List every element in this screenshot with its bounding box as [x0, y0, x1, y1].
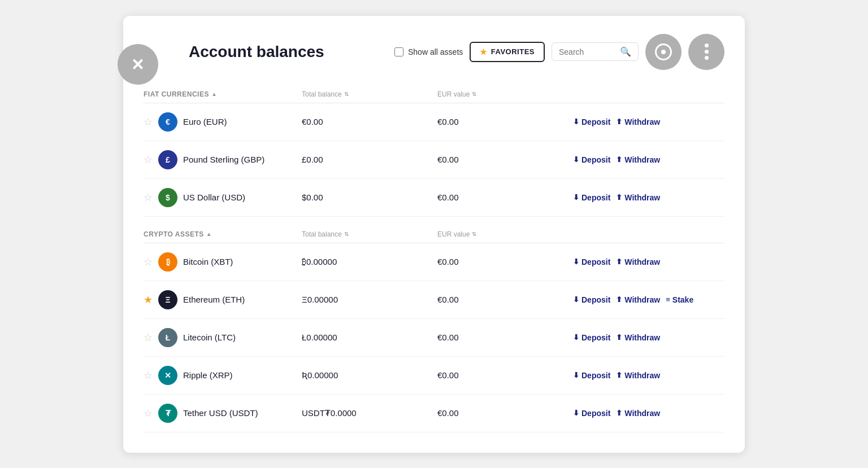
withdraw-link-xrp[interactable]: ⬆ Withdraw	[616, 371, 660, 380]
eur-value-eth: €0.00	[437, 295, 573, 304]
fiat-asset-row-usd: ☆ $ US Dollar (USD) $0.00 €0.00 ⬇ Deposi…	[144, 179, 724, 217]
more-options-button[interactable]	[688, 34, 724, 70]
fiat-asset-row-gbp: ☆ £ Pound Sterling (GBP) £0.00 €0.00 ⬇ D…	[144, 141, 724, 179]
favorite-toggle-xbt[interactable]: ☆	[144, 256, 153, 268]
show-all-assets-label[interactable]: Show all assets	[394, 47, 463, 56]
stake-label-eth: Stake	[672, 295, 693, 304]
deposit-link-eur[interactable]: ⬇ Deposit	[573, 117, 610, 126]
deposit-label-xrp: Deposit	[581, 371, 610, 380]
withdraw-link-eth[interactable]: ⬆ Withdraw	[616, 295, 660, 304]
favorites-label: FAVORITES	[491, 47, 535, 56]
fiat-sort-icon[interactable]: ▲	[211, 91, 217, 97]
actions-usdt: ⬇ Deposit ⬆ Withdraw	[573, 409, 724, 418]
balance-eur: €0.00	[302, 117, 437, 126]
withdraw-label-eth: Withdraw	[624, 295, 660, 304]
account-balances-card: × Account balances Show all assets ★ FAV…	[123, 16, 745, 453]
search-input[interactable]	[559, 47, 615, 56]
deposit-label-usd: Deposit	[581, 193, 610, 202]
deposit-link-gbp[interactable]: ⬇ Deposit	[573, 155, 610, 164]
actions-eur: ⬇ Deposit ⬆ Withdraw	[573, 117, 724, 126]
crypto-balance-col-header: Total balance ⇅	[302, 230, 437, 238]
crypto-sort-icon[interactable]: ▲	[206, 231, 212, 237]
deposit-link-xrp[interactable]: ⬇ Deposit	[573, 371, 610, 380]
actions-xrp: ⬇ Deposit ⬆ Withdraw	[573, 371, 724, 380]
withdraw-label-xrp: Withdraw	[624, 371, 660, 380]
crypto-asset-row-usdt: ☆ ₮ Tether USD (USDT) USDT₮0.0000 €0.00 …	[144, 395, 724, 432]
deposit-icon-eur: ⬇	[573, 117, 579, 126]
deposit-link-xbt[interactable]: ⬇ Deposit	[573, 257, 610, 266]
show-all-assets-text: Show all assets	[408, 47, 463, 56]
scan-button[interactable]	[645, 34, 682, 70]
crypto-balance-sort-icon[interactable]: ⇅	[344, 231, 349, 237]
balance-xrp: Ʀ0.00000	[302, 370, 437, 380]
close-button[interactable]: ×	[118, 44, 158, 85]
asset-logo-eur: €	[158, 112, 177, 132]
search-icon[interactable]: 🔍	[620, 46, 631, 57]
fiat-balance-sort-icon[interactable]: ⇅	[344, 91, 349, 97]
header-row: × Account balances Show all assets ★ FAV…	[144, 34, 724, 70]
favorite-toggle-gbp[interactable]: ☆	[144, 154, 153, 166]
deposit-link-usdt[interactable]: ⬇ Deposit	[573, 409, 610, 418]
actions-ltc: ⬇ Deposit ⬆ Withdraw	[573, 333, 724, 342]
withdraw-icon-ltc: ⬆	[616, 333, 622, 342]
eur-value-usd: €0.00	[437, 193, 573, 202]
withdraw-label-ltc: Withdraw	[624, 333, 660, 342]
withdraw-link-xbt[interactable]: ⬆ Withdraw	[616, 257, 660, 266]
asset-logo-eth: Ξ	[158, 290, 177, 309]
favorite-toggle-usd[interactable]: ☆	[144, 191, 153, 204]
withdraw-icon-eur: ⬆	[616, 117, 622, 126]
scan-icon	[655, 43, 672, 60]
stake-link-eth[interactable]: ≡ Stake	[666, 295, 693, 304]
withdraw-label-xbt: Withdraw	[624, 257, 660, 266]
deposit-link-usd[interactable]: ⬇ Deposit	[573, 193, 610, 202]
withdraw-icon-xrp: ⬆	[616, 371, 622, 379]
deposit-label-eth: Deposit	[581, 295, 610, 304]
deposit-label-gbp: Deposit	[581, 155, 610, 164]
withdraw-link-eur[interactable]: ⬆ Withdraw	[616, 117, 660, 126]
fiat-eur-col-header: EUR value ⇅	[437, 90, 573, 98]
favorite-toggle-xrp[interactable]: ☆	[144, 369, 153, 382]
deposit-label-xbt: Deposit	[581, 257, 610, 266]
show-all-assets-checkbox[interactable]	[394, 47, 403, 56]
deposit-icon-ltc: ⬇	[573, 333, 579, 342]
withdraw-link-usdt[interactable]: ⬆ Withdraw	[616, 409, 660, 418]
balance-usd: $0.00	[302, 193, 437, 202]
favorite-toggle-usdt[interactable]: ☆	[144, 407, 153, 419]
asset-name-gbp: Pound Sterling (GBP)	[183, 155, 264, 164]
withdraw-label-gbp: Withdraw	[624, 155, 660, 164]
crypto-eur-sort-icon[interactable]: ⇅	[472, 231, 476, 237]
asset-logo-ltc: Ł	[158, 328, 177, 347]
withdraw-link-usd[interactable]: ⬆ Withdraw	[616, 193, 660, 202]
withdraw-label-usd: Withdraw	[624, 193, 660, 202]
deposit-link-eth[interactable]: ⬇ Deposit	[573, 295, 610, 304]
eur-value-gbp: €0.00	[437, 155, 573, 164]
eur-value-eur: €0.00	[437, 117, 573, 126]
asset-name-xrp: Ripple (XRP)	[183, 370, 233, 380]
fiat-section-header: FIAT CURRENCIES ▲ Total balance ⇅ EUR va…	[144, 86, 724, 103]
deposit-icon-xbt: ⬇	[573, 257, 579, 266]
close-icon: ×	[132, 54, 144, 75]
actions-gbp: ⬇ Deposit ⬆ Withdraw	[573, 155, 724, 164]
favorites-button[interactable]: ★ FAVORITES	[470, 42, 545, 62]
withdraw-icon-xbt: ⬆	[616, 257, 622, 266]
favorite-toggle-ltc[interactable]: ☆	[144, 331, 153, 344]
balance-xbt: ₿0.00000	[302, 257, 437, 266]
fiat-asset-info-gbp: ☆ £ Pound Sterling (GBP)	[144, 150, 302, 169]
crypto-asset-info-ltc: ☆ Ł Litecoin (LTC)	[144, 328, 302, 347]
withdraw-icon-gbp: ⬆	[616, 155, 622, 164]
withdraw-link-gbp[interactable]: ⬆ Withdraw	[616, 155, 660, 164]
withdraw-label-usdt: Withdraw	[624, 409, 660, 418]
favorites-star-icon: ★	[480, 47, 488, 56]
fiat-asset-row-eur: ☆ € Euro (EUR) €0.00 €0.00 ⬇ Deposit ⬆ W…	[144, 103, 724, 141]
deposit-icon-eth: ⬇	[573, 295, 579, 304]
crypto-asset-row-xbt: ☆ ₿ Bitcoin (XBT) ₿0.00000 €0.00 ⬇ Depos…	[144, 243, 724, 281]
withdraw-link-ltc[interactable]: ⬆ Withdraw	[616, 333, 660, 342]
asset-name-eur: Euro (EUR)	[183, 117, 227, 126]
withdraw-icon-usd: ⬆	[616, 193, 622, 202]
favorite-toggle-eur[interactable]: ☆	[144, 116, 153, 128]
favorite-toggle-eth[interactable]: ★	[144, 294, 153, 306]
deposit-link-ltc[interactable]: ⬇ Deposit	[573, 333, 610, 342]
fiat-eur-sort-icon[interactable]: ⇅	[472, 91, 476, 97]
deposit-icon-usdt: ⬇	[573, 409, 579, 417]
eur-value-usdt: €0.00	[437, 408, 573, 418]
